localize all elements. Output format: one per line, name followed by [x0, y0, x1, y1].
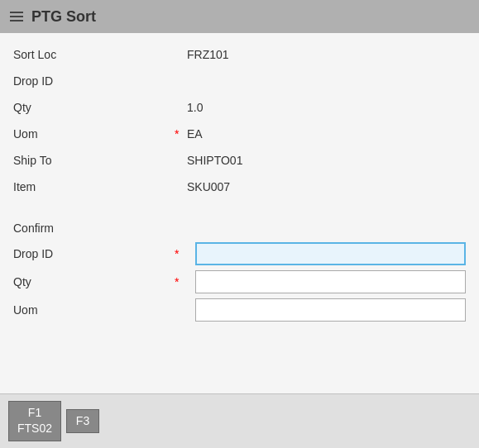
qty-display-value: 1.0 [88, 101, 203, 114]
item-row: Item SKU007 [13, 174, 466, 200]
item-value: SKU007 [88, 180, 230, 193]
drop-id-input[interactable] [195, 242, 466, 265]
ship-to-label: Ship To [13, 154, 88, 167]
ship-to-value: SHIPTO01 [88, 154, 242, 167]
header: PTG Sort [0, 0, 479, 33]
ship-to-row: Ship To SHIPTO01 [13, 147, 466, 174]
qty-input-row: Qty * [13, 268, 466, 296]
drop-id-input-row: Drop ID * [13, 240, 466, 268]
sort-loc-row: Sort Loc FRZ101 [13, 41, 466, 68]
page-title: PTG Sort [31, 8, 96, 26]
f1-fts02-button[interactable]: F1 FTS02 [8, 401, 61, 441]
item-label: Item [13, 180, 88, 193]
uom-input[interactable] [195, 298, 466, 322]
spacer [13, 200, 466, 217]
qty-input-label: Qty [13, 275, 88, 288]
qty-input[interactable] [195, 270, 466, 293]
drop-id-display-label: Drop ID [13, 74, 88, 88]
sort-loc-value: FRZ101 [88, 48, 229, 61]
uom-display-value: EA [88, 127, 203, 141]
content-area: Sort Loc FRZ101 Drop ID Qty 1.0 Uom * EA… [0, 33, 479, 393]
drop-id-input-label: Drop ID [13, 247, 88, 260]
sort-loc-label: Sort Loc [13, 48, 88, 61]
uom-display-row: Uom * EA [13, 121, 466, 147]
drop-id-required-star: * [175, 247, 179, 260]
drop-id-display-row: Drop ID [13, 68, 466, 94]
menu-icon [10, 12, 23, 21]
confirm-section-label: Confirm [13, 217, 466, 240]
uom-input-row: Uom [13, 296, 466, 324]
footer: F1 FTS02 F3 [0, 393, 479, 448]
uom-display-label: Uom [13, 127, 88, 141]
uom-required-star: * [175, 127, 179, 141]
qty-display-label: Qty [13, 101, 88, 114]
uom-input-label: Uom [13, 303, 88, 317]
f3-button[interactable]: F3 [66, 409, 99, 434]
qty-display-row: Qty 1.0 [13, 94, 466, 121]
qty-required-star: * [175, 275, 179, 288]
